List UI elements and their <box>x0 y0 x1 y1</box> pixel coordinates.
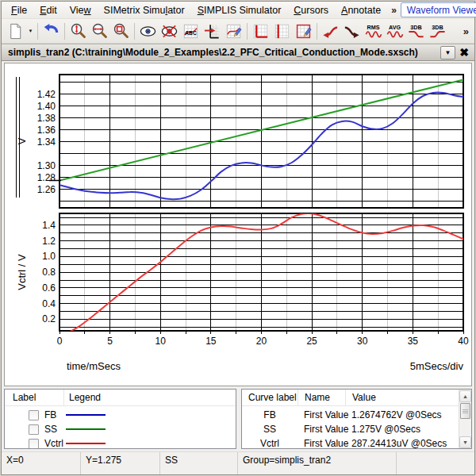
y-tick-label: 1.0 <box>42 251 56 262</box>
y-tick-label: 1.36 <box>37 125 56 136</box>
avg-label: AVG <box>389 25 401 31</box>
values-column-name[interactable]: Name <box>298 390 345 405</box>
menu-item-view[interactable]: View <box>63 3 98 17</box>
db-high-label: 3DB <box>432 25 443 31</box>
toolbar-overflow-chevron[interactable]: » <box>463 25 471 37</box>
y-tick-label: 1.4 <box>42 220 56 231</box>
highpass-3db-button[interactable]: 3DB <box>427 21 448 41</box>
legend-rows: FBSSVctrl <box>5 408 236 449</box>
show-curve-button[interactable] <box>137 21 159 41</box>
zoom-area-button[interactable] <box>110 21 132 41</box>
x-tick-label: 0 <box>57 336 63 347</box>
menu-item-file[interactable]: File <box>5 3 33 17</box>
undo-button[interactable] <box>40 21 62 41</box>
new-graph-button[interactable] <box>5 21 26 41</box>
curve-visibility-checkbox[interactable] <box>29 439 39 449</box>
add-vertical-line-button[interactable] <box>271 21 293 41</box>
lowpass-3db-button[interactable]: 3DB <box>405 21 427 41</box>
zoom-horizontal-button[interactable] <box>89 21 110 41</box>
zoom-horizontal-icon <box>90 22 109 40</box>
next-placement-button[interactable] <box>341 21 363 41</box>
y-tick-label: 1.26 <box>37 184 56 195</box>
move-to-axis-icon <box>203 22 221 40</box>
menu-item-simplis-simulator[interactable]: SIMPLIS Simulator <box>191 3 288 17</box>
average-button[interactable]: AVG <box>384 21 405 41</box>
db-low-label: 3DB <box>410 25 421 31</box>
legend-column-legend[interactable]: Legend <box>63 390 236 405</box>
menu-item-simetrix-simulator[interactable]: SIMetrix Simulator <box>98 3 191 17</box>
edit-grid-icon <box>294 22 313 40</box>
menu-items: FileEditViewSIMetrix SimulatorSIMPLIS Si… <box>5 3 387 17</box>
curve-measurement-row[interactable]: FBFirst Value1.2674762V @0Secs <box>242 408 459 422</box>
edit-grid-button[interactable] <box>293 21 314 41</box>
menu-item-annotate[interactable]: Annotate <box>335 3 387 17</box>
measurement-value: 1.2674762V @0Secs <box>345 409 459 420</box>
curve-color-swatch <box>66 414 106 416</box>
status-y-readout: Y=1.275 <box>81 452 160 474</box>
scroll-down-icon[interactable]: ▼ <box>459 436 471 448</box>
curve-visibility-checkbox[interactable] <box>29 424 39 435</box>
abc-label: ABC <box>185 29 197 35</box>
undo-icon <box>42 22 60 40</box>
curve-visibility-checkbox[interactable] <box>29 410 39 420</box>
measurement-value: 1.275V @0Secs <box>345 424 459 435</box>
curve-measurement-row[interactable]: VctrlFirst Value287.24413uV @0Secs <box>242 436 459 449</box>
legend-row-fb[interactable]: FB <box>5 408 236 422</box>
add-axis-icon <box>251 22 270 40</box>
zoom-area-icon <box>112 22 130 40</box>
y-tick-label: 1.30 <box>37 160 56 171</box>
close-icon[interactable]: ✖ <box>456 45 472 60</box>
curve-name: Vctrl <box>44 438 63 449</box>
y-tick-label: 1.38 <box>37 113 56 124</box>
curve-arrow-left-icon <box>321 22 340 40</box>
toolbar-separator <box>134 23 135 40</box>
x-tick-label: 30 <box>357 336 368 347</box>
add-axis-button[interactable] <box>250 21 271 41</box>
values-column-value[interactable]: Value <box>345 390 459 405</box>
y-tick-label: 1.28 <box>37 172 56 183</box>
scroll-up-icon[interactable]: ▲ <box>459 390 471 402</box>
label-curve-button[interactable]: ABC <box>180 21 202 41</box>
menu-overflow-chevron[interactable]: » <box>387 5 401 16</box>
window-menu-button[interactable]: ▼ <box>440 46 455 60</box>
curve-measurement-row[interactable]: SSFirst Value1.275V @0Secs <box>242 422 459 436</box>
measurement-name: First Value <box>298 438 345 449</box>
menu-item-edit[interactable]: Edit <box>33 3 63 17</box>
plot-vctrl-v: 0.20.40.60.81.01.21.4Vctrl / V0510152025… <box>16 213 469 372</box>
legend-row-vctrl[interactable]: Vctrl <box>5 436 236 449</box>
y-tick-label: 1.40 <box>37 101 56 112</box>
curve-name: FB <box>44 409 56 420</box>
viewer-selector[interactable]: Waveform Viewer ▼ <box>401 2 476 17</box>
curve-color-swatch <box>66 428 106 430</box>
legend-row-ss[interactable]: SS <box>5 422 236 436</box>
toolbar: ▼ <box>2 19 474 44</box>
toolbar-separator <box>37 23 38 40</box>
graph-area[interactable]: 1.261.281.301.341.361.381.401.42V0.20.40… <box>4 63 472 386</box>
hide-curve-button[interactable] <box>159 21 180 41</box>
scrollbar-thumb[interactable] <box>460 403 470 419</box>
x-tick-label: 20 <box>256 336 267 347</box>
x-tick-label: 10 <box>155 336 167 347</box>
toolbar-separator <box>64 23 65 40</box>
legend-header: Label Legend <box>5 390 236 406</box>
curve-name: SS <box>44 424 57 435</box>
move-to-axis-button[interactable] <box>202 21 223 41</box>
edit-graph-button[interactable] <box>223 21 244 41</box>
eye-icon <box>139 22 157 40</box>
values-scrollbar[interactable]: ▲ ▼ <box>459 390 471 448</box>
new-graph-dropdown[interactable]: ▼ <box>26 21 35 41</box>
x-tick-label: 40 <box>458 336 469 347</box>
legend-column-label[interactable]: Label <box>5 390 63 405</box>
add-vertical-line-icon <box>273 22 291 40</box>
values-header: Curve label Name Value <box>242 390 459 406</box>
status-group-readout: Group=simplis_tran2 <box>238 452 397 474</box>
rms-button[interactable]: RMS <box>363 21 384 41</box>
document-title-bar: simplis_tran2 (C:\training\Module_2_Exam… <box>2 44 474 61</box>
zoom-vertical-button[interactable] <box>67 21 89 41</box>
curve-values-panel: Curve label Name Value FBFirst Value1.26… <box>241 389 472 449</box>
waveform-plot[interactable]: 1.261.281.301.341.361.381.401.42V0.20.40… <box>5 63 473 386</box>
previous-placement-button[interactable] <box>320 21 341 41</box>
values-column-curve-label[interactable]: Curve label <box>242 390 298 405</box>
menu-item-cursors[interactable]: Cursors <box>287 3 335 17</box>
measurement-name: First Value <box>298 409 345 420</box>
